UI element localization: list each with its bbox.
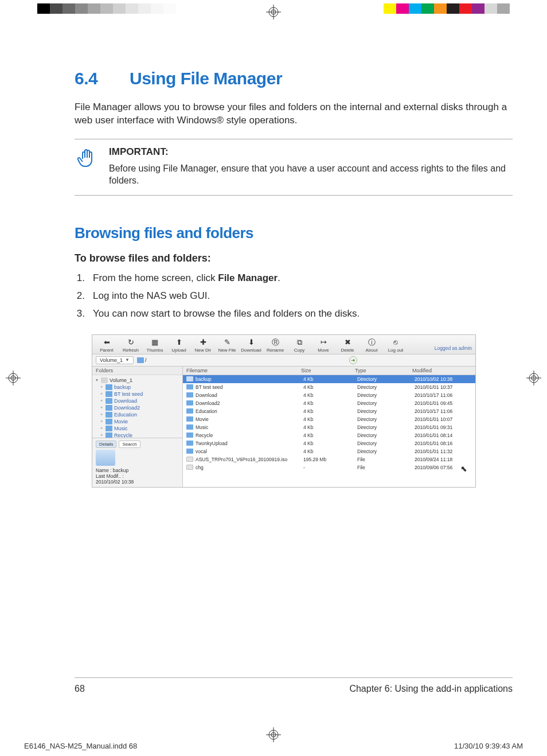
path-bar: Volume_1 ▼ / ➜ bbox=[92, 354, 475, 367]
print-metadata: E6146_NAS-M25_Manual.indd 68 11/30/10 9:… bbox=[24, 742, 523, 750]
col-size[interactable]: Size bbox=[298, 367, 351, 375]
toolbar-new-dir-button[interactable]: ✚New Dir bbox=[192, 337, 214, 353]
details-name: Name : backup bbox=[96, 467, 179, 473]
col-modified[interactable]: Modified bbox=[409, 367, 475, 375]
registration-mark-icon bbox=[6, 371, 21, 385]
tree-item[interactable]: +Recycle bbox=[95, 432, 180, 438]
file-row[interactable]: TwonkyUpload4 KbDirectory2010/01/01 08:1… bbox=[183, 439, 475, 447]
toolbar-button-label: Thumbs bbox=[147, 348, 163, 353]
folder-icon bbox=[186, 384, 193, 389]
folder-tree: ▾Volume_1+backup+BT test seed+Download+D… bbox=[92, 375, 182, 438]
log out-icon: ⎋ bbox=[390, 337, 401, 348]
file-row[interactable]: backup4 KbDirectory2010/10/02 10:38 bbox=[183, 375, 475, 383]
tree-root[interactable]: ▾Volume_1 bbox=[95, 377, 180, 384]
toolbar-thumbs-button[interactable]: ▦Thumbs bbox=[144, 337, 166, 353]
folder-icon bbox=[137, 357, 144, 363]
tree-item[interactable]: +Education bbox=[95, 411, 180, 418]
col-filename[interactable]: Filename bbox=[183, 367, 298, 375]
go-button[interactable]: ➜ bbox=[349, 356, 357, 364]
file-row[interactable]: Download4 KbDirectory2010/10/17 11:06 bbox=[183, 391, 475, 399]
procedure-steps: 1.From the home screen, click File Manag… bbox=[75, 270, 513, 322]
delete-icon: ✖ bbox=[342, 337, 353, 348]
details-mod-value: 2010/10/02 10:38 bbox=[96, 479, 179, 485]
rename-icon: Ⓡ bbox=[270, 337, 280, 348]
details-pane: Details Search Name : backup Last Modif.… bbox=[92, 438, 182, 487]
file-list-panel: Logged as admin Filename Size Type Modif… bbox=[183, 367, 475, 487]
folder-icon bbox=[186, 424, 193, 430]
column-headers: Filename Size Type Modified bbox=[183, 367, 475, 375]
file-row[interactable]: BT test seed4 KbDirectory2010/01/01 10:3… bbox=[183, 383, 475, 391]
tree-item[interactable]: +Movie bbox=[95, 418, 180, 425]
file-row[interactable]: chg-File2010/09/06 07:56 bbox=[183, 463, 475, 471]
cursor-icon: ⬉ bbox=[460, 464, 467, 473]
details-mod-label: Last Modif.. : bbox=[96, 473, 179, 479]
callout-body: Before using File Manager, ensure that y… bbox=[109, 162, 513, 187]
move-icon: ↦ bbox=[318, 337, 329, 348]
folder-icon bbox=[186, 392, 193, 398]
file-manager-screenshot: ⬅Parent↻Refresh▦Thumbs⬆Upload✚New Dir✎Ne… bbox=[92, 334, 476, 488]
file-row[interactable]: Education4 KbDirectory2010/10/17 11:06 bbox=[183, 407, 475, 415]
toolbar-copy-button[interactable]: ⧉Copy bbox=[288, 337, 310, 353]
file-rows: backup4 KbDirectory2010/10/02 10:38BT te… bbox=[183, 375, 475, 471]
toolbar-refresh-button[interactable]: ↻Refresh bbox=[120, 337, 142, 353]
thumbs-icon: ▦ bbox=[150, 337, 160, 348]
section-title-text: Using File Manager bbox=[130, 69, 282, 88]
toolbar-upload-button[interactable]: ⬆Upload bbox=[168, 337, 190, 353]
toolbar-parent-button[interactable]: ⬅Parent bbox=[96, 337, 118, 353]
toolbar-button-label: New Dir bbox=[195, 348, 211, 353]
toolbar-button-label: About bbox=[366, 348, 378, 353]
toolbar-button-label: Parent bbox=[100, 348, 114, 353]
file-row[interactable]: Music4 KbDirectory2010/01/01 09:31 bbox=[183, 423, 475, 431]
tab-search[interactable]: Search bbox=[119, 441, 140, 448]
download-icon: ⬇ bbox=[246, 337, 256, 348]
file-icon bbox=[186, 457, 193, 462]
file-icon bbox=[186, 465, 193, 470]
toolbar-button-label: Copy bbox=[294, 348, 305, 353]
tree-item[interactable]: +Music bbox=[95, 425, 180, 432]
breadcrumb-path: / bbox=[145, 357, 147, 363]
color-bar-right bbox=[371, 3, 510, 14]
file-row[interactable]: vocal4 KbDirectory2010/01/01 11:32 bbox=[183, 447, 475, 455]
toolbar-button-label: New File bbox=[218, 348, 236, 353]
toolbar-move-button[interactable]: ↦Move bbox=[312, 337, 334, 353]
tree-item[interactable]: +Download bbox=[95, 398, 180, 404]
subsection-heading: Browsing files and folders bbox=[75, 224, 513, 242]
file-row[interactable]: ASUS_TRPro701_V6Pro16_20100919.iso195.29… bbox=[183, 455, 475, 463]
file-row[interactable]: Movie4 KbDirectory2010/01/01 10:07 bbox=[183, 415, 475, 423]
chapter-label: Chapter 6: Using the add-in applications bbox=[349, 684, 513, 694]
tree-item[interactable]: +backup bbox=[95, 384, 180, 391]
step-item: 1.From the home screen, click File Manag… bbox=[75, 270, 513, 286]
volume-label: Volume_1 bbox=[100, 357, 123, 363]
folder-icon bbox=[186, 400, 193, 406]
indesign-filename: E6146_NAS-M25_Manual.indd 68 bbox=[24, 742, 137, 750]
toolbar-about-button[interactable]: ⓘAbout bbox=[361, 337, 382, 353]
breadcrumb[interactable]: / bbox=[137, 357, 147, 363]
toolbar-rename-button[interactable]: ⓇRename bbox=[264, 337, 286, 353]
toolbar-log-out-button[interactable]: ⎋Log out bbox=[385, 337, 407, 353]
toolbar-button-label: Refresh bbox=[123, 348, 139, 353]
tree-item[interactable]: +Download2 bbox=[95, 404, 180, 411]
folder-icon bbox=[186, 441, 193, 446]
col-type[interactable]: Type bbox=[351, 367, 409, 375]
toolbar-download-button[interactable]: ⬇Download bbox=[240, 337, 262, 353]
toolbar-delete-button[interactable]: ✖Delete bbox=[337, 337, 358, 353]
toolbar-new-file-button[interactable]: ✎New File bbox=[216, 337, 238, 353]
tab-details[interactable]: Details bbox=[96, 441, 116, 448]
registration-mark-icon bbox=[526, 371, 541, 385]
logged-as-label: Logged as admin bbox=[435, 345, 472, 351]
tree-item[interactable]: +BT test seed bbox=[95, 391, 180, 398]
sidebar: Folders ▾Volume_1+backup+BT test seed+Do… bbox=[92, 367, 183, 487]
new file-icon: ✎ bbox=[222, 337, 232, 348]
toolbar-button-label: Download bbox=[241, 348, 261, 353]
step-item: 3.You can now start to browse the files … bbox=[75, 306, 513, 321]
callout-label: IMPORTANT: bbox=[109, 146, 513, 158]
folder-icon bbox=[186, 416, 193, 422]
sidebar-header: Folders bbox=[92, 367, 182, 375]
file-row[interactable]: Download24 KbDirectory2010/01/01 09:45 bbox=[183, 399, 475, 407]
refresh-icon: ↻ bbox=[126, 337, 136, 348]
file-row[interactable]: Recycle4 KbDirectory2010/01/01 08:14 bbox=[183, 431, 475, 439]
folder-icon bbox=[186, 432, 193, 438]
copy-icon: ⧉ bbox=[294, 337, 304, 348]
page-footer: 68 Chapter 6: Using the add-in applicati… bbox=[75, 677, 513, 694]
volume-selector[interactable]: Volume_1 ▼ bbox=[96, 356, 134, 364]
